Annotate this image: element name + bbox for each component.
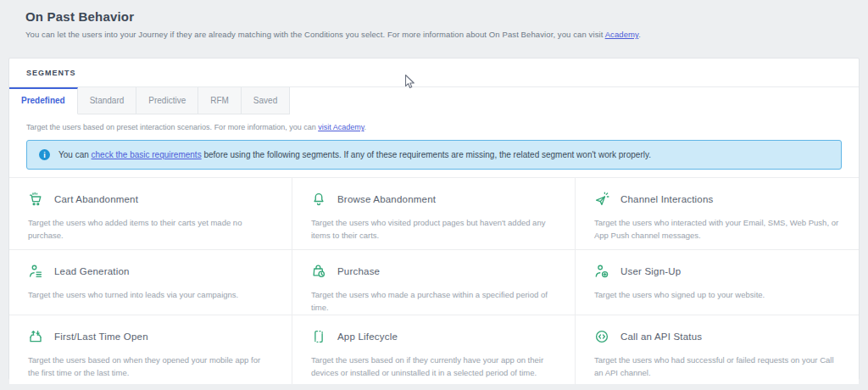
academy-link[interactable]: Academy: [605, 30, 639, 39]
card-desc: Target the users who interacted with you…: [594, 217, 840, 242]
tab-description-text: Target the users based on preset interac…: [26, 123, 318, 131]
segment-card-call-an-api-status[interactable]: Call an API Status Target the users who …: [576, 315, 859, 384]
segments-panel-title: SEGMENTS: [9, 58, 859, 87]
card-desc: Target the users based on when they open…: [28, 354, 273, 379]
card-title: Purchase: [337, 266, 380, 276]
bell-icon: [311, 192, 326, 207]
bag-clock-icon: [311, 264, 326, 279]
visit-academy-link[interactable]: visit Academy: [318, 123, 364, 131]
cart-icon: [28, 192, 43, 207]
segment-card-browse-abandonment[interactable]: Browse Abandonment Target the users who …: [292, 178, 576, 250]
card-title: User Sign-Up: [620, 266, 681, 276]
card-title: Browse Abandonment: [337, 194, 436, 204]
card-head: App Lifecycle: [311, 329, 556, 344]
card-desc: Target the users who added items to thei…: [28, 217, 273, 242]
card-title: Channel Interactions: [620, 194, 713, 204]
code-circle-icon: [594, 329, 609, 344]
segment-card-user-sign-up[interactable]: User Sign-Up Target the users who signed…: [576, 250, 859, 315]
segment-card-channel-interactions[interactable]: Channel Interactions Target the users wh…: [576, 178, 859, 250]
page-subtitle-period: .: [638, 30, 641, 39]
page-header: On Past Behavior You can let the users i…: [0, 0, 868, 39]
segments-panel: SEGMENTS Predefined Standard Predictive …: [8, 58, 860, 380]
card-head: Lead Generation: [28, 264, 273, 279]
segment-card-cart-abandonment[interactable]: Cart Abandonment Target the users who ad…: [9, 178, 292, 250]
segment-card-lead-generation[interactable]: Lead Generation Target the users who tur…: [9, 250, 292, 315]
card-head: Browse Abandonment: [311, 192, 556, 207]
card-title: App Lifecycle: [337, 332, 398, 342]
send-icon: [594, 192, 609, 207]
banner-suffix: before using the following segments. If …: [202, 150, 651, 159]
tab-saved[interactable]: Saved: [242, 87, 290, 114]
card-title: Cart Abandonment: [54, 194, 138, 204]
card-desc: Target the users who signed up to your w…: [594, 289, 840, 302]
tab-bar: Predefined Standard Predictive RFM Saved: [9, 87, 859, 114]
card-head: Call an API Status: [594, 329, 840, 344]
phone-dashed-icon: [311, 329, 326, 344]
info-icon: i: [39, 149, 50, 160]
card-title: Lead Generation: [54, 266, 130, 276]
card-head: Purchase: [311, 264, 556, 279]
segment-card-purchase[interactable]: Purchase Target the users who made a pur…: [292, 250, 576, 315]
card-desc: Target the users who made a purchase wit…: [311, 289, 556, 314]
tab-predefined[interactable]: Predefined: [9, 87, 78, 114]
info-banner: i You can check the basic requirements b…: [26, 140, 842, 170]
open-box-arrows-icon: [28, 329, 43, 344]
card-desc: Target the users based on if they curren…: [311, 354, 556, 379]
segment-card-app-lifecycle[interactable]: App Lifecycle Target the users based on …: [292, 315, 576, 384]
person-list-icon: [28, 264, 43, 279]
card-desc: Target the users who had successful or f…: [594, 354, 840, 379]
tab-description: Target the users based on preset interac…: [9, 114, 859, 131]
card-title: First/Last Time Open: [54, 332, 148, 342]
tab-rfm[interactable]: RFM: [198, 87, 242, 114]
card-head: Cart Abandonment: [28, 192, 273, 207]
card-desc: Target the users who turned into leads v…: [28, 289, 273, 302]
page-subtitle: You can let the users into your Journey …: [25, 30, 843, 39]
tab-standard[interactable]: Standard: [78, 87, 137, 114]
page-title: On Past Behavior: [25, 9, 843, 24]
segments-grid: Cart Abandonment Target the users who ad…: [9, 177, 859, 384]
card-head: Channel Interactions: [594, 192, 840, 207]
info-banner-text: You can check the basic requirements bef…: [58, 150, 651, 159]
tab-predictive[interactable]: Predictive: [136, 87, 198, 114]
segment-card-first-last-time-open[interactable]: First/Last Time Open Target the users ba…: [9, 315, 292, 384]
card-desc: Target the users who visited product pag…: [311, 217, 556, 242]
person-plus-icon: [594, 264, 609, 279]
card-head: First/Last Time Open: [28, 329, 273, 344]
page-subtitle-text: You can let the users into your Journey …: [25, 30, 605, 39]
card-head: User Sign-Up: [594, 264, 840, 279]
basic-requirements-link[interactable]: check the basic requirements: [92, 150, 202, 159]
banner-prefix: You can: [58, 150, 92, 159]
card-title: Call an API Status: [620, 332, 702, 342]
tab-description-period: .: [364, 123, 367, 131]
